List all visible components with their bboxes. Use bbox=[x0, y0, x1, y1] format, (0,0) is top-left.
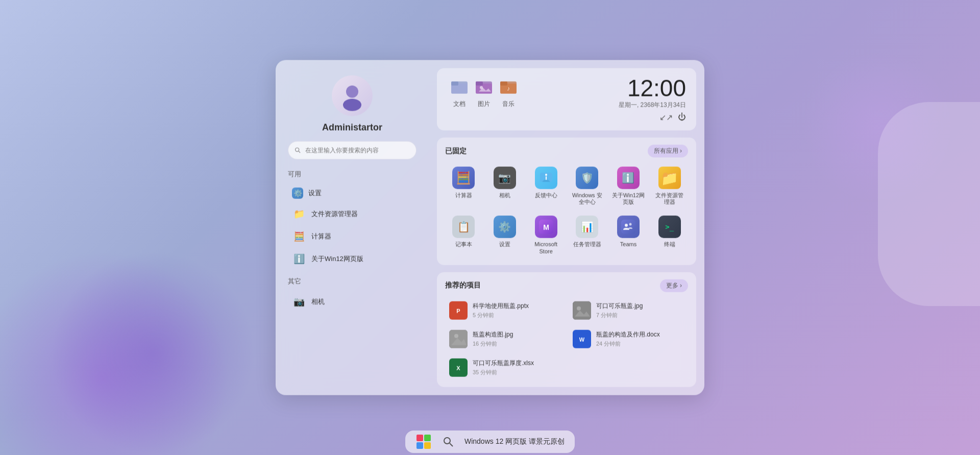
explorer-icon: 📁 bbox=[292, 207, 306, 221]
clock-date: 星期一, 2368年13月34日 bbox=[619, 101, 686, 110]
user-avatar[interactable] bbox=[332, 75, 373, 116]
teams-pinned-icon bbox=[617, 216, 640, 238]
rec-item-pptx[interactable]: P 科学地使用瓶盖.pptx 5 分钟前 bbox=[445, 298, 565, 322]
svg-rect-9 bbox=[476, 82, 483, 86]
pinned-explorer[interactable]: 📁 文件资源管理器 bbox=[651, 164, 688, 209]
svg-text:X: X bbox=[456, 365, 460, 371]
quick-access-section: 文档 图片 bbox=[437, 68, 696, 131]
settings-icon: ⚙️ bbox=[292, 188, 303, 199]
rec-item-jpg2[interactable]: 瓶盖构造图.jpg 16 分钟前 bbox=[445, 326, 565, 351]
svg-point-24 bbox=[629, 223, 631, 226]
pptx-icon: P bbox=[449, 301, 468, 319]
list-label-camera: 相机 bbox=[311, 297, 325, 307]
quick-documents[interactable]: 文档 bbox=[447, 77, 472, 122]
documents-icon bbox=[447, 77, 472, 97]
svg-point-1 bbox=[343, 99, 361, 111]
rec-name-pptx: 科学地使用瓶盖.pptx bbox=[473, 301, 560, 310]
rec-info-jpg2: 瓶盖构造图.jpg 16 分钟前 bbox=[473, 330, 560, 347]
notepad-pinned-icon: 📋 bbox=[452, 216, 475, 238]
svg-text:P: P bbox=[456, 308, 460, 314]
pinned-settings[interactable]: ⚙️ 设置 bbox=[486, 213, 524, 258]
documents-label: 文档 bbox=[453, 100, 465, 109]
svg-point-28 bbox=[577, 306, 581, 310]
pinned-teams[interactable]: Teams bbox=[610, 213, 647, 258]
rec-name-xlsx: 可口可乐瓶盖厚度.xlsx bbox=[473, 359, 560, 367]
settings-pinned-label: 设置 bbox=[499, 241, 510, 248]
docx-icon: W bbox=[573, 330, 591, 348]
taskbar-windows-button[interactable] bbox=[415, 434, 432, 450]
svg-point-31 bbox=[454, 334, 458, 338]
list-label-settings: 设置 bbox=[308, 189, 322, 198]
rec-info-jpg1: 可口可乐瓶盖.jpg 7 分钟前 bbox=[596, 301, 684, 319]
rec-info-docx: 瓶盖的构造及作用.docx 24 分钟前 bbox=[596, 330, 684, 347]
teams-pinned-label: Teams bbox=[620, 241, 636, 248]
clock-container: 12:00 星期一, 2368年13月34日 ↙↗ ⏻ bbox=[619, 77, 686, 122]
rec-item-jpg1[interactable]: 可口可乐瓶盖.jpg 7 分钟前 bbox=[569, 298, 688, 322]
quick-music[interactable]: ♪ 音乐 bbox=[496, 77, 521, 122]
pinned-terminal[interactable]: >_ 终端 bbox=[651, 213, 688, 258]
pinned-header: 已固定 所有应用 › bbox=[445, 145, 688, 158]
username: Administartor bbox=[322, 122, 382, 133]
recommended-heading: 推荐的项目 bbox=[445, 281, 481, 290]
jpg2-icon bbox=[449, 330, 468, 348]
store-pinned-icon: M bbox=[535, 216, 557, 238]
rec-name-jpg1: 可口可乐瓶盖.jpg bbox=[596, 301, 684, 310]
list-label-calculator: 计算器 bbox=[311, 232, 331, 241]
more-button[interactable]: 更多 › bbox=[660, 279, 688, 292]
search-box[interactable] bbox=[288, 141, 416, 160]
calculator-list-icon: 🧮 bbox=[292, 230, 306, 244]
camera-pinned-icon: 📷 bbox=[494, 167, 516, 189]
store-pinned-label: Microsoft Store bbox=[529, 241, 562, 255]
taskbar-search-button[interactable] bbox=[440, 434, 456, 450]
security-pinned-icon: 🛡️ bbox=[576, 167, 598, 189]
pictures-label: 图片 bbox=[478, 100, 490, 109]
list-item-camera[interactable]: 📷 相机 bbox=[288, 291, 416, 313]
rec-time-jpg2: 16 分钟前 bbox=[473, 340, 560, 347]
pinned-notepad[interactable]: 📋 记事本 bbox=[445, 213, 482, 258]
pinned-taskmgr[interactable]: 📊 任务管理器 bbox=[569, 213, 606, 258]
power-button[interactable]: ⏻ bbox=[678, 113, 686, 122]
feedback-pinned-label: 反馈中心 bbox=[535, 192, 557, 199]
list-label-explorer: 文件资源管理器 bbox=[311, 210, 358, 219]
svg-rect-6 bbox=[451, 82, 458, 86]
explorer-pinned-icon: 📁 bbox=[658, 167, 681, 189]
list-item-settings[interactable]: ⚙️ 设置 bbox=[288, 184, 416, 203]
all-apps-button[interactable]: 所有应用 › bbox=[648, 145, 688, 158]
svg-text:♪: ♪ bbox=[507, 85, 510, 92]
pinned-store[interactable]: M Microsoft Store bbox=[527, 213, 565, 258]
quick-pictures[interactable]: 图片 bbox=[472, 77, 496, 122]
music-icon: ♪ bbox=[496, 77, 521, 97]
pinned-camera[interactable]: 📷 相机 bbox=[486, 164, 524, 209]
rec-item-docx[interactable]: W 瓶盖的构造及作用.docx 24 分钟前 bbox=[569, 326, 688, 351]
list-item-explorer[interactable]: 📁 文件资源管理器 bbox=[288, 204, 416, 225]
fullscreen-button[interactable]: ↙↗ bbox=[659, 113, 673, 122]
xlsx-icon: X bbox=[449, 358, 468, 376]
pinned-section: 已固定 所有应用 › 🧮 计算器 📷 相机 bbox=[437, 138, 696, 265]
pinned-about[interactable]: ℹ️ 关于Win12网页版 bbox=[610, 164, 647, 209]
search-input[interactable] bbox=[305, 147, 410, 154]
available-section-title: 可用 bbox=[288, 170, 301, 179]
left-panel: Administartor 可用 ⚙️ 设置 📁 文件资源管理器 🧮 计算器 ℹ… bbox=[276, 60, 429, 395]
windows-logo bbox=[416, 435, 431, 449]
taskbar-label: Windows 12 网页版 谭景元原创 bbox=[464, 437, 565, 446]
list-item-calculator[interactable]: 🧮 计算器 bbox=[288, 226, 416, 247]
rec-info-pptx: 科学地使用瓶盖.pptx 5 分钟前 bbox=[473, 301, 560, 319]
rec-item-xlsx[interactable]: X 可口可乐瓶盖厚度.xlsx 35 分钟前 bbox=[445, 355, 565, 380]
camera-list-icon: 📷 bbox=[292, 295, 306, 309]
explorer-pinned-label: 文件资源管理器 bbox=[653, 192, 686, 206]
svg-line-3 bbox=[299, 151, 300, 153]
pinned-security[interactable]: 🛡️ Windows 安全中心 bbox=[569, 164, 606, 209]
win-logo-q2 bbox=[424, 435, 431, 441]
svg-rect-14 bbox=[500, 82, 507, 86]
recommended-header: 推荐的项目 更多 › bbox=[445, 279, 688, 292]
pinned-calculator[interactable]: 🧮 计算器 bbox=[445, 164, 482, 209]
security-pinned-label: Windows 安全中心 bbox=[571, 192, 604, 206]
rec-name-docx: 瓶盖的构造及作用.docx bbox=[596, 330, 684, 339]
jpg1-icon bbox=[573, 301, 591, 319]
svg-rect-18 bbox=[546, 176, 547, 180]
pictures-icon bbox=[472, 77, 496, 97]
pinned-feedback[interactable]: 反馈中心 bbox=[527, 164, 565, 209]
rec-name-jpg2: 瓶盖构造图.jpg bbox=[473, 330, 560, 339]
start-menu: Administartor 可用 ⚙️ 设置 📁 文件资源管理器 🧮 计算器 ℹ… bbox=[276, 60, 704, 395]
list-item-about[interactable]: ℹ️ 关于Win12网页版 bbox=[288, 248, 416, 270]
